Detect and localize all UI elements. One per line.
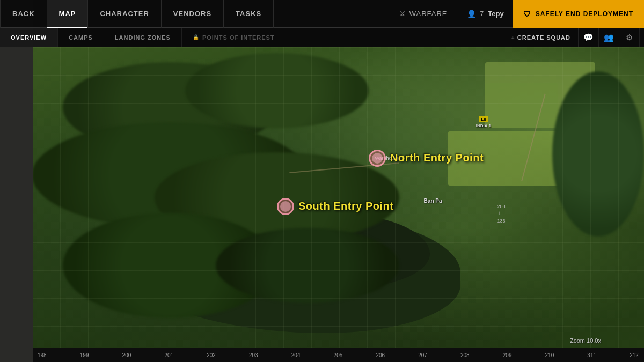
- x-label-211: 311: [587, 352, 596, 358]
- safe-deploy-button[interactable]: 🛡 SAFELY END DEPLOYMENT: [513, 0, 644, 28]
- side-panel-left: [0, 0, 33, 362]
- x-label-208: 208: [460, 352, 470, 358]
- south-entry-marker: [277, 198, 294, 215]
- south-entry-label: South Entry Point: [298, 200, 393, 212]
- x-label-201: 201: [164, 352, 173, 358]
- settings-icon-button[interactable]: ⚙: [619, 28, 640, 47]
- player-icon: 👤: [467, 10, 476, 18]
- india-badge: L8: [479, 116, 488, 122]
- x-label-204: 204: [291, 352, 301, 358]
- coords-cross: 208 + 136: [497, 204, 505, 225]
- x-label-206: 206: [376, 352, 385, 358]
- x-label-207: 207: [418, 352, 427, 358]
- x-label-212: 212: [630, 352, 639, 358]
- nav-tasks[interactable]: TASKS: [224, 0, 274, 28]
- map-area[interactable]: L8 INDIA 1 Warehouse Ban Pa 208 + 136 No…: [32, 47, 644, 348]
- subnav-camps[interactable]: CAMPS: [58, 28, 104, 47]
- india-text: INDIA 1: [476, 123, 491, 128]
- x-label-203: 203: [249, 352, 258, 358]
- x-label-209: 209: [503, 352, 512, 358]
- subnav-points-of-interest[interactable]: 🔒 POINTS OF INTEREST: [182, 28, 286, 47]
- x-axis: 198 199 200 201 202 203 204 205 206 207 …: [32, 348, 644, 362]
- player-name: Tepy: [488, 10, 503, 18]
- x-label-205: 205: [334, 352, 343, 358]
- chat-icon-button[interactable]: 💬: [579, 28, 599, 47]
- top-navigation: BACK MAP CHARACTER VENDORS TASKS ⚔ WARFA…: [0, 0, 644, 28]
- north-entry-point[interactable]: North Entry Point: [369, 150, 484, 167]
- zoom-label: Zoom 10.0x: [570, 337, 601, 344]
- lock-icon: 🔒: [193, 34, 200, 40]
- coords-x-value: 208: [497, 204, 505, 210]
- players-icon-button[interactable]: 👥: [599, 28, 619, 47]
- safe-deploy-label: SAFELY END DEPLOYMENT: [536, 10, 633, 18]
- create-squad-button[interactable]: + CREATE SQUAD: [503, 28, 579, 47]
- player-info: 👤 7 Tepy: [458, 10, 513, 18]
- x-label-210: 210: [545, 352, 554, 358]
- nav-back[interactable]: BACK: [0, 0, 47, 28]
- x-label-202: 202: [207, 352, 216, 358]
- x-label-199: 199: [80, 352, 89, 358]
- nav-map[interactable]: MAP: [47, 0, 89, 28]
- north-entry-label: North Entry Point: [390, 152, 484, 164]
- player-count: 7: [480, 10, 484, 18]
- sub-nav-right: + CREATE SQUAD 💬 👥 ⚙: [503, 28, 644, 47]
- warfare-icon: ⚔: [399, 10, 406, 18]
- warfare-nav[interactable]: ⚔ WARFARE: [389, 10, 458, 18]
- warfare-label: WARFARE: [409, 10, 448, 18]
- nav-character[interactable]: CHARACTER: [88, 0, 161, 28]
- nav-vendors[interactable]: VENDORS: [162, 0, 224, 28]
- subnav-overview[interactable]: OVERVIEW: [0, 28, 58, 47]
- sub-navigation: OVERVIEW CAMPS LANDING ZONES 🔒 POINTS OF…: [0, 28, 644, 47]
- subnav-landing-zones[interactable]: LANDING ZONES: [104, 28, 182, 47]
- x-label-200: 200: [122, 352, 131, 358]
- zoom-display: Zoom 10.0x: [570, 337, 601, 344]
- x-label-198: 198: [38, 352, 47, 358]
- ban-pa-label: Ban Pa: [424, 198, 442, 204]
- coords-y-value: 136: [497, 218, 505, 225]
- north-entry-marker: [369, 150, 386, 167]
- south-entry-point[interactable]: South Entry Point: [277, 198, 393, 215]
- map-canvas: L8 INDIA 1 Warehouse Ban Pa 208 + 136 No…: [32, 47, 644, 348]
- india-1-marker: L8 INDIA 1: [476, 116, 491, 128]
- safe-deploy-icon: 🛡: [523, 10, 531, 18]
